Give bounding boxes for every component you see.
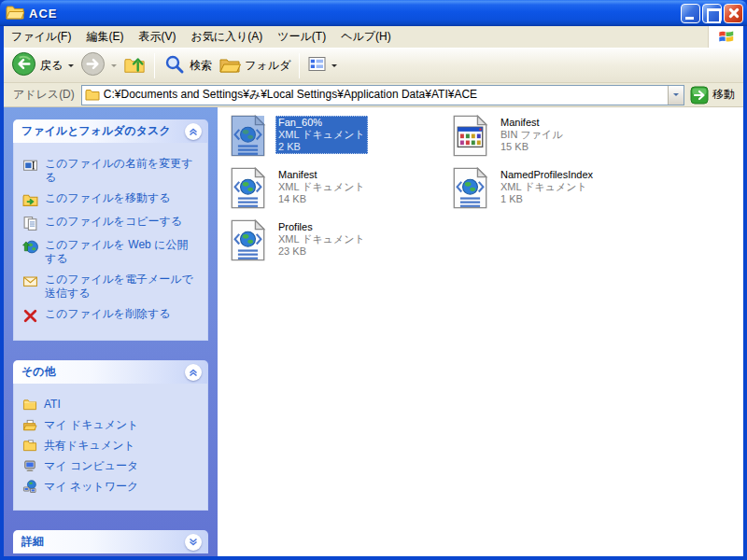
place-label: 共有ドキュメント [44,439,135,453]
folder-icon [22,398,37,412]
file-type: XML ドキュメント [500,181,587,192]
rename-icon [22,158,38,174]
my-documents-icon [22,418,37,432]
views-button[interactable] [305,54,340,77]
toolbar-separator [154,53,155,78]
task-label: このファイルをコピーする [45,215,182,229]
back-button[interactable]: 戻る [8,49,77,81]
address-path: C:¥Documents and Settings¥み¥Local Settin… [104,87,668,103]
email-icon [22,273,38,289]
title-bar: ACE [0,0,747,26]
menu-item[interactable]: ファイル(F) [4,29,78,45]
task-label: このファイルを Web に公開する [45,238,194,266]
go-button[interactable]: 移動 [684,86,740,105]
task-pane: ファイルとフォルダのタスク このファイルの名前を変更する [4,107,218,556]
file-type: XML ドキュメント [278,129,365,140]
task-label: このファイルの名前を変更する [45,157,194,185]
panel-title: その他 [21,364,56,380]
up-button[interactable] [120,51,148,80]
file-info: Manifest XML ドキュメント 14 KB [275,168,368,206]
file-tasks-header[interactable]: ファイルとフォルダのタスク [13,119,208,143]
file-size: 14 KB [278,193,306,204]
file-tile[interactable]: Manifest BIN ファイル 15 KB [449,113,671,165]
place-label: マイ ドキュメント [44,418,139,432]
address-input[interactable]: C:¥Documents and Settings¥み¥Local Settin… [81,85,684,105]
file-tile[interactable]: Fan_60% XML ドキュメント 2 KB [227,113,449,165]
file-tile[interactable]: Manifest XML ドキュメント 14 KB [227,165,449,217]
task-label: このファイルを電子メールで送信する [45,273,194,301]
folders-label: フォルダ [245,58,290,74]
file-tasks-panel: ファイルとフォルダのタスク このファイルの名前を変更する [13,119,208,341]
file-name: Manifest [278,169,317,180]
place-item[interactable]: マイ コンピュータ [22,459,204,473]
copy-icon [22,216,38,231]
delete-icon [22,308,38,324]
file-name: Fan_60% [278,117,322,128]
file-type: BIN ファイル [500,129,562,140]
place-item[interactable]: ATI [22,398,204,412]
menu-item[interactable]: 編集(E) [78,29,131,45]
menu-item[interactable]: ヘルプ(H) [333,29,399,45]
address-dropdown-button[interactable] [668,86,684,105]
go-arrow-icon [690,86,709,105]
file-size: 1 KB [500,193,523,204]
folders-button[interactable]: フォルダ [216,51,293,80]
window-title: ACE [29,7,681,21]
file-tile[interactable]: NamedProfilesIndex XML ドキュメント 1 KB [449,165,671,217]
forward-dropdown-icon [111,64,117,67]
place-item[interactable]: 共有ドキュメント [22,439,204,453]
shared-documents-icon [22,439,37,453]
task-label: このファイルを削除する [45,307,171,321]
maximize-button[interactable] [702,4,722,23]
file-name: Manifest [500,117,540,128]
menu-item[interactable]: お気に入り(A) [183,29,270,45]
file-type: XML ドキュメント [278,181,365,192]
other-places-header[interactable]: その他 [13,360,208,384]
chevron-down-icon[interactable] [185,534,202,551]
xml-file-icon [227,115,269,157]
file-info: Profiles XML ドキュメント 23 KB [275,220,368,259]
forward-button[interactable] [78,49,120,81]
place-item[interactable]: マイ ドキュメント [22,418,204,432]
explorer-window: ACE ファイル(F) 編集(E) 表示(V) お気に入り(A) ツール(T) [0,0,747,560]
search-button[interactable]: 検索 [161,51,215,80]
file-info: NamedProfilesIndex XML ドキュメント 1 KB [498,168,596,206]
file-tiles: Fan_60% XML ドキュメント 2 KB Manifest BIN ファイ… [227,113,743,270]
my-network-icon [22,480,37,494]
task-item[interactable]: このファイルをコピーする [22,215,204,231]
toolbar-separator [299,53,300,78]
file-list-area[interactable]: Fan_60% XML ドキュメント 2 KB Manifest BIN ファイ… [218,107,743,556]
file-tile[interactable]: Profiles XML ドキュメント 23 KB [227,217,449,270]
folder-icon [85,89,100,102]
move-icon [22,192,38,208]
go-label: 移動 [712,87,735,103]
folders-icon [218,53,241,78]
minimize-button[interactable] [681,4,700,23]
place-label: ATI [44,398,61,412]
task-item[interactable]: このファイルを電子メールで送信する [22,273,204,301]
menu-item[interactable]: ツール(T) [270,29,333,45]
panel-title: 詳細 [21,534,44,550]
views-dropdown-icon [331,64,337,67]
address-bar: アドレス(D) C:¥Documents and Settings¥み¥Loca… [4,83,743,107]
place-item[interactable]: マイ ネットワーク [22,480,204,494]
search-label: 検索 [190,58,212,74]
file-size: 23 KB [278,245,306,257]
xml-file-icon [227,167,269,209]
publish-icon [22,239,38,255]
xml-file-icon [227,219,269,261]
back-label: 戻る [40,58,63,74]
chevron-up-icon[interactable] [185,364,202,381]
task-item[interactable]: このファイルを Web に公開する [22,238,204,266]
xml-file-icon [449,167,491,209]
close-button[interactable] [724,4,743,23]
task-item[interactable]: このファイルを移動する [22,191,204,208]
chevron-up-icon[interactable] [185,123,202,140]
file-info: Manifest BIN ファイル 15 KB [498,116,565,154]
task-item[interactable]: このファイルを削除する [22,307,204,324]
menu-item[interactable]: 表示(V) [131,29,183,45]
file-name: NamedProfilesIndex [500,169,593,180]
details-header[interactable]: 詳細 [13,530,208,553]
place-label: マイ ネットワーク [44,480,138,494]
task-item[interactable]: このファイルの名前を変更する [22,157,204,185]
